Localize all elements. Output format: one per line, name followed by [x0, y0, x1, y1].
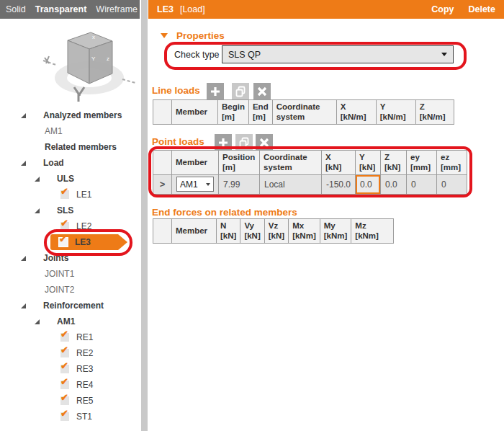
column-header-position: Position[m]: [219, 151, 260, 175]
checkbox-checked-icon[interactable]: ✔: [60, 190, 69, 199]
column-header-selector: [153, 151, 172, 175]
checkbox-checked-icon[interactable]: ✔: [60, 412, 69, 421]
tree-item-re2[interactable]: ✔RE2: [0, 345, 140, 361]
project-tree: Analyzed membersAM1Related membersLoadUL…: [0, 107, 140, 425]
view-mode-wireframe[interactable]: Wireframe: [96, 4, 138, 14]
tree-item-label: RE3: [76, 364, 93, 374]
column-header-selector: [153, 100, 172, 125]
end-forces-table-grid: MemberN[kN]Vy[kN]Vz[kN]Mx[kNm]My[kNm]Mz[…: [153, 218, 394, 244]
tree-item-uls[interactable]: ULS: [0, 171, 140, 187]
svg-text:z: z: [107, 55, 109, 62]
column-header-z: Z[kN/m]: [415, 100, 454, 125]
copy-line-load-button[interactable]: [232, 83, 249, 100]
checkbox-checked-icon[interactable]: ✔: [60, 349, 69, 357]
tree-item-le2[interactable]: ✔LE2: [0, 218, 140, 234]
tree-item-re3[interactable]: ✔RE3: [0, 361, 140, 377]
column-header-coordinate: Coordinatesystem: [260, 151, 322, 175]
tree-expander-icon[interactable]: [35, 177, 40, 182]
checkbox-checked-icon[interactable]: ✔: [60, 333, 69, 342]
selected-item-type-tag: [Load]: [180, 4, 205, 14]
member-select[interactable]: AM1: [176, 177, 214, 192]
column-header-x: X[kN/m]: [336, 100, 376, 125]
tree-item-joints[interactable]: Joints: [0, 250, 140, 266]
close-icon: [258, 137, 270, 148]
column-header-coordinate: Coordinatesystem: [272, 100, 336, 125]
cell-position[interactable]: 7.99: [219, 174, 260, 194]
tree-item-re4[interactable]: ✔RE4: [0, 377, 140, 393]
view-mode-solid[interactable]: Solid: [6, 4, 26, 14]
copy-button[interactable]: Copy: [431, 4, 454, 14]
end-forces-table: MemberN[kN]Vy[kN]Vz[kN]Mx[kNm]My[kNm]Mz[…: [153, 218, 394, 244]
cell-coordinate_system[interactable]: Local: [260, 174, 322, 194]
column-header-ey: ey[mm]: [407, 151, 437, 175]
tree-item-label: RE2: [76, 348, 93, 358]
tree-expander-icon[interactable]: [21, 161, 26, 166]
row-expander-icon[interactable]: >: [153, 174, 172, 194]
tree-item-label: Related members: [45, 142, 117, 152]
delete-button[interactable]: Delete: [468, 4, 495, 14]
tree-item-label: Reinforcement: [43, 301, 104, 311]
check-mark-icon: ✔: [60, 393, 68, 402]
selected-tree-item-banner[interactable]: ✔LE3: [50, 234, 127, 250]
tree-item-load[interactable]: Load: [0, 155, 140, 171]
add-line-load-button[interactable]: [207, 83, 224, 100]
point-loads-table: MemberPosition[m]CoordinatesystemX[kN]Y[…: [153, 150, 467, 195]
column-header-member: Member: [172, 219, 217, 244]
cell-member: AM1: [172, 174, 219, 194]
point-load-row: >AM17.99Local-150.00.00.000: [153, 174, 467, 194]
tree-item-re5[interactable]: ✔RE5: [0, 393, 140, 409]
cell-ez[interactable]: 0: [437, 174, 467, 194]
tree-item-label: Analyzed members: [43, 110, 122, 120]
vertical-scrollbar[interactable]: [140, 0, 148, 431]
column-header-end: End[m]: [248, 100, 272, 125]
tree-item-label: Joints: [43, 253, 68, 263]
tree-item-sls[interactable]: SLS: [0, 203, 140, 218]
checkbox-checked-icon[interactable]: ✔: [60, 365, 69, 373]
check-type-dropdown[interactable]: SLS QP: [222, 45, 454, 63]
column-header-member: Member: [172, 151, 219, 175]
tree-item-label: Load: [43, 158, 64, 168]
check-mark-icon: ✔: [60, 345, 68, 355]
tree-item-joint2[interactable]: JOINT2: [0, 282, 140, 298]
point-loads-section-title: Point loads: [152, 136, 204, 147]
tree-item-le1[interactable]: ✔LE1: [0, 187, 140, 203]
tree-item-related-members[interactable]: Related members: [0, 139, 140, 155]
copy-icon: [238, 137, 250, 148]
checkbox-checked-icon[interactable]: ✔: [60, 396, 69, 405]
cell-x[interactable]: -150.0: [322, 174, 356, 194]
checkbox-checked-icon[interactable]: ✔: [59, 238, 68, 246]
tree-expander-icon[interactable]: [21, 256, 26, 261]
close-icon: [256, 86, 268, 97]
tree-expander-icon[interactable]: [35, 319, 40, 324]
tree-expander-icon[interactable]: [35, 208, 40, 213]
delete-line-load-button[interactable]: [253, 83, 271, 100]
collapse-triangle-icon[interactable]: [161, 33, 168, 38]
delete-point-load-button[interactable]: [256, 134, 273, 151]
checkbox-checked-icon[interactable]: ✔: [60, 222, 69, 231]
tree-item-label: AM1: [45, 126, 63, 136]
properties-panel: LE3 [Load] Copy Delete Properties Check …: [148, 0, 504, 431]
3d-viewport-cube[interactable]: x Y z: [35, 19, 139, 104]
add-point-load-button[interactable]: [215, 134, 232, 151]
tree-item-reinforcement[interactable]: Reinforcement: [0, 298, 140, 314]
tree-item-st1[interactable]: ✔ST1: [0, 409, 140, 425]
copy-point-load-button[interactable]: [235, 134, 253, 151]
tree-item-joint1[interactable]: JOINT1: [0, 266, 140, 282]
column-header-mz: Mz[kNm]: [351, 219, 394, 244]
tree-item-label: LE3: [75, 237, 91, 247]
tree-item-re1[interactable]: ✔RE1: [0, 329, 140, 345]
member-select-value: AM1: [180, 179, 198, 190]
tree-item-le3[interactable]: ✔LE3: [0, 234, 140, 250]
cell-ey[interactable]: 0: [407, 174, 437, 194]
tree-item-analyzed-members[interactable]: Analyzed members: [0, 107, 140, 123]
tree-item-am1[interactable]: AM1: [0, 314, 140, 329]
tree-item-am1[interactable]: AM1: [0, 123, 140, 139]
view-mode-transparent[interactable]: Transparent: [35, 4, 87, 14]
cell-z[interactable]: 0.0: [381, 174, 407, 194]
tree-item-label: JOINT2: [45, 285, 74, 295]
app-window: Solid Transparent Wireframe x Y z Analyz…: [0, 0, 504, 431]
checkbox-checked-icon[interactable]: ✔: [60, 381, 69, 389]
cell-y[interactable]: 0.0: [356, 174, 381, 194]
tree-expander-icon[interactable]: [21, 113, 26, 118]
tree-expander-icon[interactable]: [21, 303, 26, 308]
